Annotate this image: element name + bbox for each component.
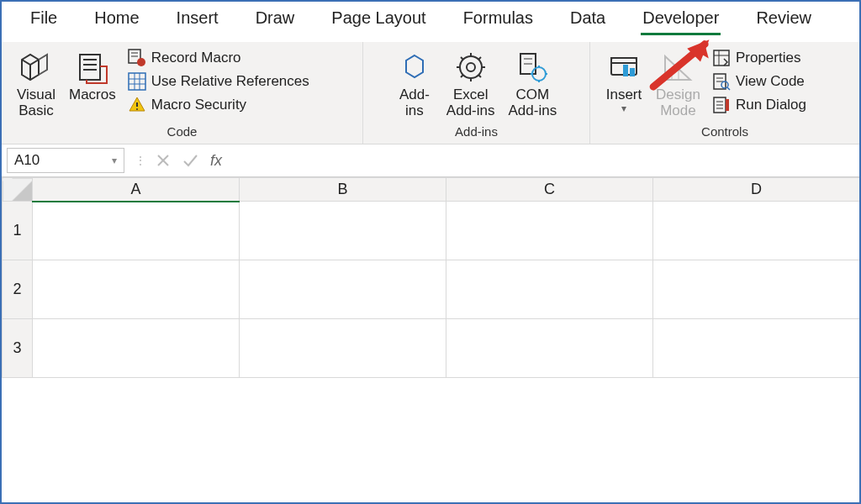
tab-data[interactable]: Data xyxy=(568,8,607,33)
cell-b3[interactable] xyxy=(240,319,446,378)
run-dialog-label: Run Dialog xyxy=(736,97,806,113)
record-macro-button[interactable]: Record Macro xyxy=(128,49,309,67)
group-code: VisualBasic Macros Record Macro xyxy=(2,42,363,144)
cell-d3[interactable] xyxy=(653,319,860,378)
group-controls-label: Controls xyxy=(599,121,851,140)
use-relative-references-button[interactable]: Use Relative References xyxy=(128,72,309,91)
addins-label1: Add- xyxy=(399,87,430,103)
formula-input[interactable] xyxy=(230,149,854,172)
ribbon: VisualBasic Macros Record Macro xyxy=(2,42,859,144)
macros-icon xyxy=(74,49,111,86)
svg-point-46 xyxy=(721,81,728,88)
cancel-formula-button[interactable] xyxy=(151,149,175,172)
macro-security-label: Macro Security xyxy=(151,97,246,113)
svg-line-23 xyxy=(478,57,481,60)
chevron-down-icon: ▾ xyxy=(606,103,642,114)
row-header-1[interactable]: 1 xyxy=(3,202,33,260)
row-header-2[interactable]: 2 xyxy=(3,260,33,319)
relative-references-icon xyxy=(128,72,146,91)
insert-control-label: Insert xyxy=(606,87,642,103)
macros-button[interactable]: Macros xyxy=(62,45,123,121)
macros-label: Macros xyxy=(69,87,116,103)
cell-a1[interactable] xyxy=(33,202,240,260)
excel-addins-label2: Add-ins xyxy=(446,103,495,119)
cell-c3[interactable] xyxy=(446,319,653,378)
tab-home[interactable]: Home xyxy=(92,8,140,33)
column-header-c[interactable]: C xyxy=(446,178,653,202)
group-controls: Insert▾ DesignMode Properties xyxy=(590,42,859,144)
fx-label[interactable]: fx xyxy=(210,152,222,170)
select-all-corner[interactable] xyxy=(3,178,33,202)
svg-rect-35 xyxy=(623,65,628,76)
run-dialog-button[interactable]: Run Dialog xyxy=(712,96,806,114)
com-addins-button[interactable]: COMAdd-ins xyxy=(502,45,564,121)
column-header-a[interactable]: A xyxy=(33,178,240,202)
svg-rect-8 xyxy=(129,73,145,90)
tab-page-layout[interactable]: Page Layout xyxy=(330,8,427,33)
design-mode-button[interactable]: DesignMode xyxy=(649,45,707,121)
group-addins-label: Add-ins xyxy=(372,121,581,140)
cell-b1[interactable] xyxy=(240,202,446,260)
visual-basic-label1: Visual xyxy=(17,87,55,103)
svg-rect-36 xyxy=(630,68,635,76)
design-mode-label1: Design xyxy=(656,87,700,103)
com-addins-label1: COM xyxy=(509,87,557,103)
cell-b2[interactable] xyxy=(240,260,446,319)
properties-label: Properties xyxy=(736,50,800,66)
visual-basic-button[interactable]: VisualBasic xyxy=(10,45,62,121)
cell-a2[interactable] xyxy=(33,260,240,319)
group-addins: Add-ins ExcelAdd-ins COMAdd-ins Add-ins xyxy=(363,42,590,144)
column-header-b[interactable]: B xyxy=(240,178,446,202)
cell-d1[interactable] xyxy=(653,202,860,260)
formula-bar: A10 ▾ ⋮ fx xyxy=(2,144,859,177)
insert-control-icon xyxy=(605,49,642,86)
com-addins-icon xyxy=(514,49,551,86)
insert-control-button[interactable]: Insert▾ xyxy=(599,45,649,121)
tab-insert[interactable]: Insert xyxy=(175,8,220,33)
name-box-value: A10 xyxy=(14,152,40,169)
svg-rect-34 xyxy=(611,58,637,63)
tab-formulas[interactable]: Formulas xyxy=(462,8,535,33)
chevron-down-icon[interactable]: ▾ xyxy=(112,155,117,166)
svg-point-7 xyxy=(137,58,145,66)
excel-addins-icon xyxy=(452,49,489,86)
grid[interactable]: A B C D 1 2 3 xyxy=(2,177,860,378)
name-box[interactable]: A10 ▾ xyxy=(7,148,124,173)
tab-review[interactable]: Review xyxy=(754,8,813,33)
run-dialog-icon xyxy=(712,96,731,114)
cell-d2[interactable] xyxy=(653,260,860,319)
macro-security-button[interactable]: Macro Security xyxy=(128,96,309,114)
cell-c2[interactable] xyxy=(446,260,653,319)
view-code-icon xyxy=(712,72,731,91)
design-mode-icon xyxy=(659,49,696,86)
tab-file[interactable]: File xyxy=(29,8,59,33)
visual-basic-label2: Basic xyxy=(17,103,55,119)
cell-a3[interactable] xyxy=(33,319,240,378)
view-code-button[interactable]: View Code xyxy=(712,72,806,91)
svg-point-24 xyxy=(467,63,475,71)
excel-addins-button[interactable]: ExcelAdd-ins xyxy=(440,45,502,121)
ribbon-tabs: File Home Insert Draw Page Layout Formul… xyxy=(2,2,859,42)
use-relative-references-label: Use Relative References xyxy=(151,73,309,90)
row-header-3[interactable]: 3 xyxy=(3,319,33,378)
com-addins-label2: Add-ins xyxy=(509,103,557,119)
tab-draw[interactable]: Draw xyxy=(254,8,297,33)
svg-rect-52 xyxy=(726,99,729,111)
svg-line-21 xyxy=(478,75,481,77)
column-header-d[interactable]: D xyxy=(653,178,860,202)
tab-developer[interactable]: Developer xyxy=(641,8,721,35)
properties-icon xyxy=(712,49,731,67)
excel-addins-label1: Excel xyxy=(446,87,495,103)
enter-formula-button[interactable] xyxy=(178,149,202,172)
separator-icon: ⋮ xyxy=(135,149,141,172)
addins-button[interactable]: Add-ins xyxy=(389,45,440,121)
macro-security-icon xyxy=(128,96,146,114)
view-code-label: View Code xyxy=(736,73,805,90)
record-macro-label: Record Macro xyxy=(151,50,241,66)
group-code-label: Code xyxy=(10,121,354,140)
svg-line-47 xyxy=(727,87,730,90)
record-macro-icon xyxy=(128,49,146,67)
properties-button[interactable]: Properties xyxy=(712,49,806,67)
cell-c1[interactable] xyxy=(446,202,653,260)
addins-label2: ins xyxy=(399,103,430,119)
